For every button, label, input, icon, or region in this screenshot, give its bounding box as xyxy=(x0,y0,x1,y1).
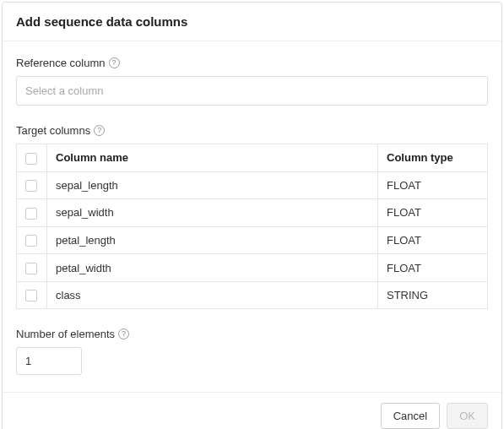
help-icon[interactable]: ? xyxy=(94,125,105,136)
row-checkbox[interactable] xyxy=(25,180,37,192)
column-name-cell: petal_width xyxy=(47,254,378,282)
select-all-checkbox[interactable] xyxy=(25,153,37,165)
row-checkbox[interactable] xyxy=(25,208,37,220)
table-row: class STRING xyxy=(17,281,488,309)
dialog-footer: Cancel OK xyxy=(3,392,501,429)
column-type-cell: FLOAT xyxy=(378,226,488,254)
target-section: Target columns ? Column name Column type xyxy=(16,124,488,309)
row-checkbox[interactable] xyxy=(25,290,37,301)
column-type-cell: STRING xyxy=(378,281,488,309)
reference-select[interactable]: Select a column xyxy=(16,76,488,106)
dialog: Add sequence data columns Reference colu… xyxy=(2,2,502,429)
column-name-cell: sepal_width xyxy=(47,199,378,227)
header-column-type: Column type xyxy=(378,144,488,172)
help-icon[interactable]: ? xyxy=(109,57,120,68)
elements-section: Number of elements ? xyxy=(16,328,488,375)
column-type-cell: FLOAT xyxy=(378,199,488,227)
column-type-cell: FLOAT xyxy=(378,171,488,199)
reference-placeholder: Select a column xyxy=(25,84,104,97)
header-checkbox-cell xyxy=(17,144,47,172)
elements-label-row: Number of elements ? xyxy=(16,328,488,340)
target-label-row: Target columns ? xyxy=(16,124,488,137)
reference-label: Reference column xyxy=(16,57,106,69)
reference-section: Reference column ? Select a column xyxy=(16,57,488,106)
target-table: Column name Column type sepal_length FLO… xyxy=(16,144,488,309)
table-row: petal_length FLOAT xyxy=(17,226,488,254)
column-name-cell: petal_length xyxy=(47,226,378,254)
ok-button: OK xyxy=(447,403,488,429)
row-checkbox[interactable] xyxy=(25,263,37,274)
table-row: sepal_width FLOAT xyxy=(17,199,488,227)
elements-label: Number of elements xyxy=(16,328,115,340)
table-row: sepal_length FLOAT xyxy=(17,171,488,199)
column-type-cell: FLOAT xyxy=(378,254,488,282)
column-name-cell: class xyxy=(47,281,378,309)
cancel-button[interactable]: Cancel xyxy=(381,403,440,429)
dialog-title: Add sequence data columns xyxy=(16,14,488,29)
help-icon[interactable]: ? xyxy=(118,329,129,339)
row-checkbox[interactable] xyxy=(25,235,37,247)
elements-input[interactable] xyxy=(16,347,82,375)
dialog-header: Add sequence data columns xyxy=(3,3,501,41)
dialog-body: Reference column ? Select a column Targe… xyxy=(3,41,501,392)
table-header-row: Column name Column type xyxy=(17,144,488,172)
target-label: Target columns xyxy=(16,124,90,137)
header-column-name: Column name xyxy=(47,144,378,172)
table-row: petal_width FLOAT xyxy=(17,254,488,282)
column-name-cell: sepal_length xyxy=(47,171,378,199)
reference-label-row: Reference column ? xyxy=(16,57,488,69)
